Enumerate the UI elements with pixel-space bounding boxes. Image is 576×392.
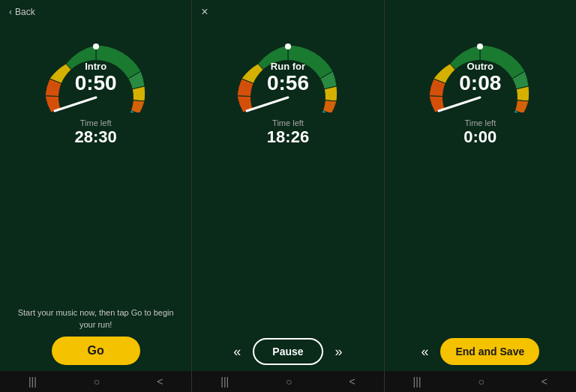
- nav-back-icon-run[interactable]: <: [349, 376, 355, 388]
- time-left-run: Time left 18:26: [267, 118, 309, 147]
- time-left-label-run: Time left: [267, 118, 309, 127]
- panel-intro: ‹ Back Intro 0:50: [0, 0, 192, 392]
- time-left-label-outro: Time left: [464, 118, 496, 127]
- nav-menu-icon-outro[interactable]: |||: [413, 376, 422, 388]
- gauge-run: Run for 0:56: [220, 30, 356, 112]
- next-button-run[interactable]: »: [335, 344, 343, 360]
- close-button[interactable]: ×: [201, 5, 208, 19]
- go-button[interactable]: Go: [52, 337, 140, 365]
- gauge-center-run: Run for 0:56: [267, 61, 309, 95]
- nav-bar-run: ||| ○ <: [192, 371, 383, 392]
- top-bar-run: ×: [192, 0, 383, 24]
- nav-bar-outro: ||| ○ <: [385, 371, 576, 392]
- nav-menu-icon-run[interactable]: |||: [220, 376, 229, 388]
- time-left-value-outro: 0:00: [464, 127, 496, 147]
- nav-bar-intro: ||| ○ <: [0, 371, 191, 392]
- end-save-button[interactable]: End and Save: [440, 338, 539, 365]
- top-bar-intro: ‹ Back: [0, 0, 191, 24]
- svg-point-1: [93, 43, 99, 49]
- back-button[interactable]: ‹ Back: [9, 7, 35, 17]
- hint-text-intro: Start your music now, then tap Go to beg…: [9, 307, 182, 331]
- panel-outro: Outro 0:08 Time left 0:00 « End and Save…: [385, 0, 576, 392]
- panel-run: × Run for 0:56 Time left 18:26 «: [192, 0, 384, 392]
- gauge-outro: Outro 0:08: [412, 30, 548, 112]
- prev-button-outro[interactable]: «: [421, 344, 428, 360]
- time-left-intro: Time left 28:30: [75, 118, 117, 147]
- bottom-section-run: « Pause »: [192, 329, 383, 371]
- chevron-left-icon: ‹: [9, 7, 12, 17]
- nav-back-icon[interactable]: <: [157, 376, 163, 388]
- bottom-section-outro: « End and Save: [385, 329, 576, 371]
- nav-back-icon-outro[interactable]: <: [542, 376, 548, 388]
- time-left-value-intro: 28:30: [75, 127, 117, 147]
- nav-home-icon[interactable]: ○: [94, 376, 100, 388]
- svg-point-7: [477, 43, 483, 49]
- prev-button-run[interactable]: «: [233, 344, 241, 360]
- pause-button[interactable]: Pause: [253, 338, 322, 365]
- time-left-outro: Time left 0:00: [464, 118, 496, 147]
- gauge-label-run: Run for: [267, 61, 309, 72]
- gauge-label-intro: Intro: [75, 61, 117, 72]
- close-icon: ×: [201, 5, 208, 18]
- bottom-section-intro: Start your music now, then tap Go to beg…: [0, 298, 191, 371]
- time-left-label-intro: Time left: [75, 118, 117, 127]
- nav-home-icon-run[interactable]: ○: [286, 376, 292, 388]
- top-bar-outro: [385, 0, 576, 24]
- time-left-value-run: 18:26: [267, 127, 309, 147]
- gauge-center-outro: Outro 0:08: [459, 61, 501, 95]
- gauge-time-run: 0:56: [267, 72, 309, 95]
- nav-home-icon-outro[interactable]: ○: [478, 376, 484, 388]
- controls-row-run: « Pause »: [233, 338, 342, 365]
- gauge-time-outro: 0:08: [459, 72, 501, 95]
- gauge-intro: Intro 0:50: [28, 30, 164, 112]
- nav-menu-icon[interactable]: |||: [28, 376, 37, 388]
- controls-row-outro: « End and Save: [421, 338, 539, 365]
- gauge-time-intro: 0:50: [75, 72, 117, 95]
- svg-point-4: [285, 43, 291, 49]
- gauge-center-intro: Intro 0:50: [75, 61, 117, 95]
- back-label: Back: [15, 7, 35, 17]
- gauge-label-outro: Outro: [459, 61, 501, 72]
